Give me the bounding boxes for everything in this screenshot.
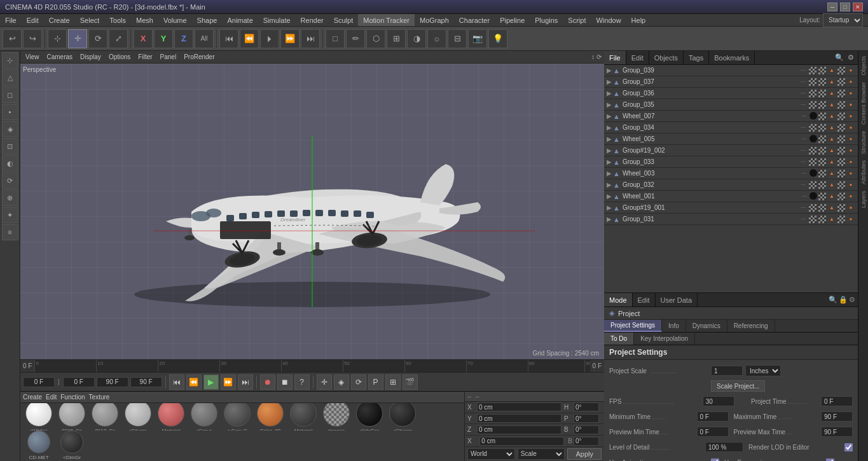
coord-input-sx[interactable] [479, 437, 564, 446]
tool-light[interactable]: 💡 [488, 29, 507, 48]
goto-start-button[interactable]: ⏮ [169, 375, 184, 390]
obj-tab-objects[interactable]: Objects [649, 51, 684, 64]
apply-button[interactable]: Apply [567, 448, 602, 460]
coord-input-y[interactable] [477, 414, 561, 423]
motion-tools3[interactable]: ⊞ [385, 375, 401, 390]
coord-input-h[interactable] [574, 403, 599, 411]
keyframe-add[interactable]: ✛ [317, 375, 332, 390]
attr-subtab-project-settings[interactable]: Project Settings [604, 320, 662, 332]
use-anim-check[interactable] [711, 458, 719, 462]
tool-play-next[interactable]: ⏩ [280, 29, 300, 48]
mat-edit[interactable]: Edit [46, 394, 57, 401]
menu-select[interactable]: Select [75, 14, 105, 26]
stop-button[interactable]: ⏹ [277, 375, 293, 390]
coord-world-select[interactable]: World [467, 448, 515, 460]
tool-select[interactable]: ⊹ [48, 29, 67, 48]
menu-plugins[interactable]: Plugins [530, 14, 563, 26]
tool-paint[interactable]: ✏ [346, 29, 365, 48]
attr-gear-icon[interactable]: ⚙ [849, 296, 855, 304]
sidebar-obj[interactable]: ◈ [2, 121, 18, 137]
vtab-attributes[interactable]: Attributes [859, 158, 868, 187]
vtab-content-browser[interactable]: Content Browser [859, 79, 868, 127]
project-time-input[interactable] [821, 396, 853, 406]
coord-input-p[interactable] [574, 414, 599, 423]
motion-tools2[interactable]: P [368, 375, 383, 390]
obj-row-group035[interactable]: ▶ ▲ Group_035 ⋯ ▲ ● [604, 99, 858, 111]
attr-row2-keyinterp[interactable]: Key Interpolation [634, 333, 695, 345]
coord-input-x[interactable] [477, 403, 561, 411]
goto-end-button[interactable]: ⏭ [238, 375, 253, 390]
obj-tab-edit[interactable]: Edit [626, 51, 649, 64]
max-time-input[interactable] [821, 411, 853, 422]
proj-scale-input[interactable] [711, 366, 743, 376]
obj-row-wheel003[interactable]: ▶ ▲ Wheel_003 ⋯ ▲ ● [604, 168, 858, 179]
obj-row-group039[interactable]: ▶ ▲ Group_039 ⋯ ▲ ● [604, 65, 858, 76]
mat-texture[interactable]: Texture [89, 394, 110, 401]
proj-scale-unit[interactable]: Inches [745, 365, 781, 376]
vp-menu-options[interactable]: Options [106, 53, 133, 60]
menu-motiontracker[interactable]: Motion Tracker [358, 14, 415, 26]
fps-input[interactable] [703, 396, 734, 406]
menu-animate[interactable]: Animate [222, 14, 258, 26]
tool-play[interactable]: ⏵ [260, 29, 279, 48]
vtab-structure[interactable]: Structure [859, 128, 868, 157]
close-button[interactable]: ✕ [853, 3, 863, 11]
viewport[interactable]: Perspective [20, 64, 604, 359]
material-dimgr[interactable]: <DimGr [56, 430, 88, 460]
timeline-canvas[interactable]: 0 10 20 30 40 50 60 70 80 90 [34, 360, 589, 372]
scale-project-button[interactable]: Scale Project... [711, 380, 765, 392]
min-time-input[interactable] [697, 411, 729, 422]
attr-row2-todo[interactable]: To Do [604, 333, 634, 345]
vtab-objects[interactable]: Objects [859, 53, 868, 78]
lod-input[interactable] [705, 442, 743, 452]
vp-menu-cameras[interactable]: Cameras [45, 53, 76, 60]
menu-sculpt[interactable]: Sculpt [329, 14, 359, 26]
maximize-button[interactable]: □ [840, 3, 850, 11]
menu-volume[interactable]: Volume [158, 14, 192, 26]
material-black[interactable]: slideCor [354, 403, 385, 430]
menu-window[interactable]: Window [591, 14, 626, 26]
obj-tab-file[interactable]: File [604, 51, 626, 64]
coord-input-b[interactable] [574, 425, 599, 434]
preview-min-input[interactable] [697, 427, 729, 437]
render-lod-check[interactable] [844, 443, 853, 451]
material-graydark[interactable]: < Gray G [221, 403, 253, 430]
tool-move[interactable]: ✛ [68, 29, 87, 48]
attr-tab-mode[interactable]: Mode [604, 293, 633, 306]
record-button[interactable]: ⏺ [260, 375, 275, 390]
tool-y[interactable]: Y [154, 29, 173, 48]
tool-grid[interactable]: ⊟ [448, 29, 467, 48]
tool-play-prev[interactable]: ⏪ [240, 29, 259, 48]
menu-pipeline[interactable]: Pipeline [495, 14, 530, 26]
obj-row-group036[interactable]: ▶ ▲ Group_036 ⋯ ▲ ● [604, 88, 858, 99]
menu-mesh[interactable]: Mesh [131, 14, 158, 26]
coord-input-z[interactable] [477, 425, 561, 434]
tool-phong[interactable]: ◑ [407, 29, 426, 48]
layout-select[interactable]: Startup [823, 13, 863, 27]
loop-button[interactable]: ? [294, 375, 310, 390]
obj-tab-bookmarks[interactable]: Bookmarks [709, 51, 755, 64]
vp-menu-panel[interactable]: Panel [158, 53, 179, 60]
menu-simulate[interactable]: Simulate [258, 14, 296, 26]
attr-lock-icon[interactable]: 🔒 [839, 296, 848, 304]
sidebar-s1[interactable]: ⊡ [2, 138, 18, 155]
sidebar-s4[interactable]: ⊕ [2, 189, 18, 206]
attr-tab-edit[interactable]: Edit [633, 293, 656, 306]
vp-menu-view[interactable]: View [23, 53, 42, 60]
menu-character[interactable]: Character [454, 14, 495, 26]
vp-menu-filter[interactable]: Filter [135, 53, 155, 60]
menu-render[interactable]: Render [296, 14, 329, 26]
material-cdmet[interactable]: CD-MET [23, 430, 55, 460]
menu-edit[interactable]: Edit [22, 14, 44, 26]
sidebar-s5[interactable]: ✦ [2, 207, 18, 223]
obj-settings-icon[interactable]: ⚙ [846, 53, 855, 62]
obj-row-wheel005[interactable]: ▶ ▲ Wheel_005 ⋯ ▲ ● [604, 134, 858, 145]
menu-create[interactable]: Create [44, 14, 75, 26]
attr-tab-userdata[interactable]: User Data [656, 293, 698, 306]
material-darkgray[interactable]: Material [287, 403, 319, 430]
tool-play-end[interactable]: ⏭ [301, 29, 320, 48]
material-silver[interactable]: <Silver> [122, 403, 154, 430]
material-charcoal[interactable]: <Charco [387, 403, 418, 430]
max-time-input[interactable] [97, 377, 128, 387]
material-orange[interactable]: Color_00 [254, 403, 286, 430]
